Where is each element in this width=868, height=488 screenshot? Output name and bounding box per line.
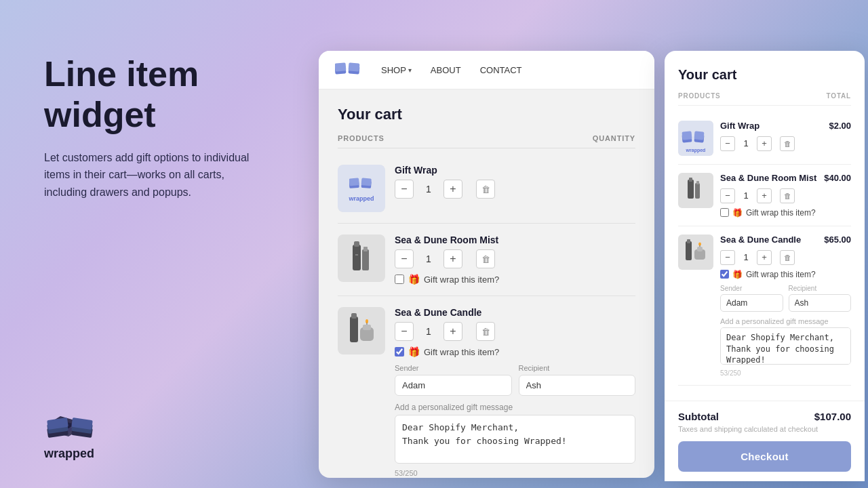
candle-recipient-input[interactable]: [519, 375, 636, 396]
mist-qty-value: 1: [422, 253, 435, 264]
right-mist-name: Sea & Dune Room Mist: [720, 173, 816, 184]
mist-qty-decrease[interactable]: −: [395, 249, 414, 268]
svg-rect-16: [354, 241, 359, 247]
gift-wrap-qty-increase[interactable]: +: [443, 180, 462, 199]
wrapped-logo-icon: [44, 405, 98, 443]
right-gift-wrap-image: wrapped: [678, 121, 713, 156]
svg-rect-14: [338, 235, 385, 282]
right-mist-delete[interactable]: 🗑: [780, 188, 795, 203]
mist-delete[interactable]: 🗑: [476, 249, 495, 268]
right-gift-wrap-qty-row: − 1 + 🗑: [720, 136, 851, 151]
subtotal-note: Taxes and shipping calculated at checkou…: [678, 425, 851, 433]
right-candle-sender-recipient: Sender Recipient: [720, 285, 851, 312]
right-gift-wrap-name-price: Gift Wrap $2.00: [720, 121, 851, 132]
mist-name: Sea & Dune Room Mist: [395, 235, 635, 245]
right-mist-decrease[interactable]: −: [720, 188, 735, 203]
quantity-header-label: QUANTITY: [593, 134, 635, 142]
right-candle-increase[interactable]: +: [757, 250, 772, 265]
candle-char-count: 53/250: [395, 469, 635, 477]
right-gift-wrap-increase[interactable]: +: [757, 136, 772, 151]
svg-rect-7: [335, 62, 346, 71]
candle-gift-wrap-checkbox[interactable]: [395, 347, 404, 357]
right-gift-wrap-info: Gift Wrap $2.00 − 1 + 🗑: [720, 121, 851, 151]
right-cart-title: Your cart: [678, 67, 851, 83]
right-candle-sender-label: Sender: [720, 285, 783, 292]
shop-nav-link[interactable]: SHOP ▾: [381, 65, 412, 75]
candle-delete[interactable]: 🗑: [476, 322, 495, 341]
subtotal-row: Subtotal $107.00: [678, 411, 851, 422]
right-candle-decrease[interactable]: −: [720, 250, 735, 265]
cart-popup: SHOP ▾ ABOUT CONTACT Your cart PRODUCTS …: [319, 51, 654, 478]
right-candle-message-textarea[interactable]: Dear Shopify Merchant, Thank you for cho…: [720, 327, 851, 365]
mist-qty-increase[interactable]: +: [443, 249, 462, 268]
candle-qty-increase[interactable]: +: [443, 322, 462, 341]
candle-details: Sea & Dune Candle − 1 + 🗑 🎁 Gift wrap th…: [395, 307, 635, 477]
wrapped-product-thumbnail: wrapped: [338, 165, 385, 212]
svg-rect-15: [353, 245, 361, 270]
gift-wrap-delete[interactable]: 🗑: [476, 180, 495, 199]
right-candle-sender-input[interactable]: [720, 294, 783, 312]
svg-rect-42: [697, 247, 703, 251]
right-gift-wrap-price: $2.00: [829, 121, 851, 131]
right-candle-gift-emoji: 🎁: [732, 270, 743, 279]
candle-gift-message-label: Add a personalized gift message: [395, 403, 635, 412]
svg-point-44: [698, 242, 701, 245]
svg-rect-36: [695, 183, 700, 199]
right-mist-qty: 1: [741, 190, 751, 201]
right-item-mist: Sea & Dune Room Mist $40.00 − 1 + 🗑 🎁 Gi…: [678, 165, 851, 226]
svg-rect-24: [363, 325, 371, 330]
cart-content: Your cart PRODUCTS QUANTITY wrapped: [319, 89, 654, 478]
svg-rect-35: [689, 178, 692, 182]
right-gift-wrap-decrease[interactable]: −: [720, 136, 735, 151]
cart-item-mist: Sea & Dune Room Mist − 1 + 🗑 🎁 Gift wrap…: [338, 224, 635, 296]
about-nav-link[interactable]: ABOUT: [431, 65, 461, 75]
right-products-label: PRODUCTS: [678, 92, 721, 100]
mist-gift-wrap-label: Gift wrap this item?: [424, 274, 499, 285]
right-mist-name-price: Sea & Dune Room Mist $40.00: [720, 173, 851, 184]
candle-qty-value: 1: [422, 326, 435, 337]
mist-qty-controls: − 1 + 🗑: [395, 249, 495, 268]
cart-item-candle: Sea & Dune Candle − 1 + 🗑 🎁 Gift wrap th…: [338, 296, 635, 478]
right-total-label: TOTAL: [827, 92, 851, 100]
bottom-logo: wrapped: [44, 405, 285, 461]
right-cart-header: PRODUCTS TOTAL: [678, 92, 851, 106]
right-gift-wrap-delete[interactable]: 🗑: [780, 136, 795, 151]
right-gift-wrap-qty: 1: [741, 138, 751, 148]
svg-text:wrapped: wrapped: [686, 148, 706, 153]
right-candle-name: Sea & Dune Candle: [720, 235, 801, 246]
subtotal-label: Subtotal: [678, 411, 719, 422]
candle-gift-emoji: 🎁: [408, 346, 420, 357]
mist-gift-emoji: 🎁: [408, 274, 420, 285]
navbar: SHOP ▾ ABOUT CONTACT: [319, 51, 654, 89]
right-mist-gift-checkbox[interactable]: [720, 208, 729, 217]
candle-image: [338, 307, 385, 354]
candle-sender-input[interactable]: [395, 375, 512, 396]
right-candle-qty: 1: [741, 252, 751, 262]
gift-wrap-qty-controls: − 1 + 🗑: [395, 180, 495, 199]
right-candle-gift-checkbox[interactable]: [720, 270, 729, 279]
candle-qty-decrease[interactable]: −: [395, 322, 414, 341]
right-mist-gift-emoji: 🎁: [732, 208, 743, 218]
svg-rect-13: [361, 178, 372, 186]
cart-item-gift-wrap: wrapped Gift Wrap − 1 + 🗑: [338, 154, 635, 224]
nav-logo-icon: [335, 60, 362, 79]
right-cart-content: Your cart PRODUCTS TOTAL wrap: [665, 51, 865, 401]
right-mist-increase[interactable]: +: [757, 188, 772, 203]
candle-gift-message-textarea[interactable]: Dear Shopify Merchant, Thank you for cho…: [395, 415, 635, 464]
right-candle-delete[interactable]: 🗑: [780, 250, 795, 265]
svg-rect-39: [686, 241, 692, 260]
svg-rect-29: [682, 131, 692, 140]
description: Let customers add gift options to indivi…: [44, 149, 268, 201]
right-mist-info: Sea & Dune Room Mist $40.00 − 1 + 🗑 🎁 Gi…: [720, 173, 851, 218]
cart-right-panel: Your cart PRODUCTS TOTAL wrap: [665, 51, 865, 481]
cart-header: PRODUCTS QUANTITY: [338, 134, 635, 148]
contact-nav-link[interactable]: CONTACT: [480, 65, 522, 75]
gift-wrap-qty-decrease[interactable]: −: [395, 180, 414, 199]
right-mist-gift-row: 🎁 Gift wrap this item?: [720, 208, 851, 218]
checkout-button[interactable]: Checkout: [678, 441, 851, 472]
right-mist-qty-row: − 1 + 🗑: [720, 188, 851, 203]
subtotal-amount: $107.00: [814, 411, 851, 422]
mist-gift-wrap-checkbox[interactable]: [395, 274, 404, 284]
right-candle-recipient-input[interactable]: [789, 294, 852, 312]
cart-title: Your cart: [338, 106, 635, 123]
